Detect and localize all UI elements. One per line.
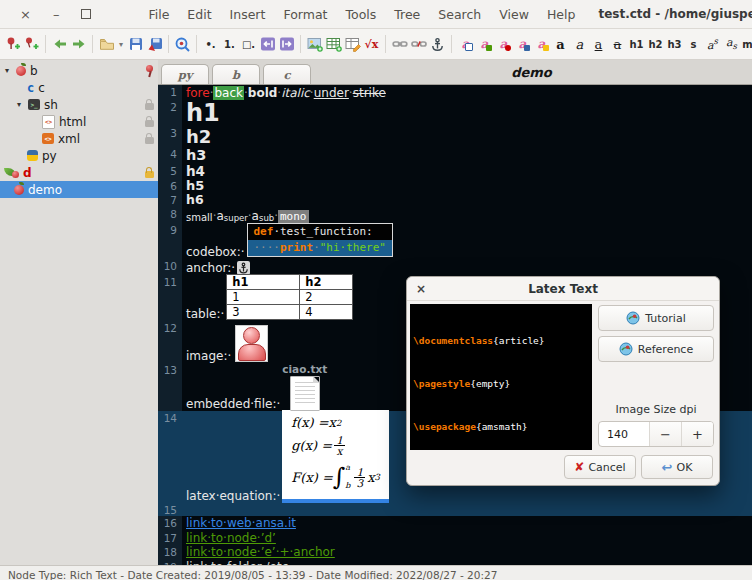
- insert-image-button[interactable]: [305, 32, 324, 56]
- insert-anchor-button[interactable]: [428, 32, 447, 56]
- numbered-list-button[interactable]: 1.: [220, 32, 239, 56]
- remove-link-button[interactable]: [409, 32, 428, 56]
- go-forward-button[interactable]: [69, 32, 88, 56]
- window-maximize-icon[interactable]: [81, 9, 91, 19]
- new-node-button[interactable]: [3, 32, 22, 56]
- tree-node-b[interactable]: ▾ b: [0, 62, 158, 79]
- window-minimize-icon[interactable]: –: [53, 7, 60, 22]
- save-as-button[interactable]: [145, 32, 164, 56]
- open-file-button[interactable]: [97, 32, 116, 56]
- menu-help[interactable]: Help: [538, 7, 585, 22]
- underline-button[interactable]: a: [589, 32, 608, 56]
- unindent-button[interactable]: [258, 32, 277, 56]
- go-back-button[interactable]: [50, 32, 69, 56]
- save-button[interactable]: [126, 32, 145, 56]
- latex-label: latex·equation:·: [186, 489, 280, 503]
- tab-c[interactable]: c: [263, 64, 311, 84]
- line-number: 18: [158, 545, 182, 560]
- h2-icon: h2: [648, 39, 662, 50]
- monospace-button[interactable]: ms: [741, 32, 752, 56]
- new-subnode-button[interactable]: [22, 32, 41, 56]
- underline-icon: a: [595, 37, 603, 52]
- tutorial-icon: [626, 311, 640, 325]
- menu-tools[interactable]: Tools: [336, 7, 385, 22]
- ok-button[interactable]: ↩OK: [641, 455, 713, 479]
- expander-icon[interactable]: ▾: [14, 100, 24, 109]
- node-link[interactable]: link·to·node·’d’: [186, 532, 276, 546]
- italic-button[interactable]: a: [570, 32, 589, 56]
- embedded-file-object[interactable]: ciao.txt: [282, 363, 327, 411]
- bold-icon: a: [556, 37, 564, 52]
- insert-latex-button[interactable]: √x: [362, 32, 381, 56]
- table-header-cell: h1: [227, 275, 300, 290]
- insert-link-button[interactable]: [390, 32, 409, 56]
- h2-button[interactable]: h2: [646, 32, 665, 56]
- style-background-button[interactable]: a: [532, 32, 551, 56]
- tree-node-d[interactable]: d: [0, 164, 158, 181]
- indent-button[interactable]: [277, 32, 296, 56]
- menu-insert[interactable]: Insert: [221, 7, 275, 22]
- open-file-caret[interactable]: ▾: [116, 32, 126, 56]
- color-foreground-button[interactable]: a: [456, 32, 475, 56]
- small-text-icon: s: [691, 39, 697, 50]
- window-close-icon[interactable]: ×: [20, 7, 31, 22]
- anchor-object[interactable]: [237, 261, 250, 275]
- node-anchor-link[interactable]: link·to·node·’e’·+·anchor: [186, 546, 335, 560]
- ok-label: OK: [677, 461, 693, 474]
- tree-node-html[interactable]: <> html: [0, 113, 158, 130]
- tab-py[interactable]: py: [161, 64, 209, 84]
- dpi-decrease-button[interactable]: −: [649, 422, 681, 446]
- tutorial-button[interactable]: Tutorial: [598, 305, 714, 331]
- menu-file[interactable]: File: [139, 7, 178, 22]
- italic-icon: a: [576, 37, 584, 52]
- h1-icon: h1: [629, 39, 643, 50]
- heading-4: h4: [186, 164, 205, 179]
- tree-node-sh[interactable]: ▾ >_ sh: [0, 96, 158, 113]
- tree-node-py[interactable]: py: [0, 147, 158, 164]
- insert-codebox-button[interactable]: [343, 32, 362, 56]
- tab-b[interactable]: b: [212, 64, 260, 84]
- latex-equation-image[interactable]: f(x) = x2 g(x) = 1x F(x) = ∫ab13x3: [282, 410, 389, 503]
- menu-search[interactable]: Search: [429, 7, 490, 22]
- toolbar-separator: [300, 35, 301, 53]
- web-link[interactable]: link·to·web·ansa.it: [186, 517, 296, 531]
- style-foreground-button[interactable]: a: [513, 32, 532, 56]
- tree-node-label: c: [38, 81, 45, 95]
- menu-format[interactable]: Format: [274, 7, 336, 22]
- tree-node-demo[interactable]: demo: [0, 181, 158, 198]
- menu-tree[interactable]: Tree: [385, 7, 429, 22]
- dialog-close-icon[interactable]: ×: [416, 277, 426, 300]
- subscript-button[interactable]: as: [722, 32, 741, 56]
- tree-node-xml[interactable]: <> xml: [0, 130, 158, 147]
- embedded-table[interactable]: h1h2 12 34: [226, 274, 353, 320]
- superscript-button[interactable]: as: [703, 32, 722, 56]
- clear-formatting-button[interactable]: a: [494, 32, 513, 56]
- expander-icon[interactable]: ▾: [2, 66, 12, 75]
- folder-link[interactable]: link·to·folder·/etc: [186, 561, 288, 566]
- embedded-image[interactable]: [235, 325, 268, 362]
- menu-view[interactable]: View: [490, 7, 538, 22]
- latex-source-editor[interactable]: \documentclass{article} \pagestyle{empty…: [410, 304, 592, 450]
- todo-list-button[interactable]: □.: [239, 32, 258, 56]
- tree-node-c[interactable]: c c: [0, 79, 158, 96]
- ok-icon: ↩: [662, 460, 673, 475]
- color-background-button[interactable]: a: [475, 32, 494, 56]
- line-number: 5: [158, 164, 182, 177]
- insert-table-button[interactable]: [324, 32, 343, 56]
- reference-button[interactable]: Reference: [598, 336, 714, 362]
- h1-button[interactable]: h1: [627, 32, 646, 56]
- menu-edit[interactable]: Edit: [178, 7, 220, 22]
- small-button[interactable]: s: [684, 32, 703, 56]
- cancel-button[interactable]: ✘Cancel: [564, 455, 636, 479]
- find-button[interactable]: [173, 32, 192, 56]
- line-number: 11: [158, 275, 182, 288]
- codebox[interactable]: def·test_function: ····print·"hi·there": [247, 223, 393, 257]
- line-number: 14: [158, 411, 182, 424]
- h3-button[interactable]: h3: [665, 32, 684, 56]
- strikethrough-button[interactable]: a: [608, 32, 627, 56]
- bold-button[interactable]: a: [551, 32, 570, 56]
- dpi-increase-button[interactable]: +: [681, 422, 713, 446]
- bullet-list-button[interactable]: •.: [201, 32, 220, 56]
- dpi-value[interactable]: 140: [599, 422, 649, 446]
- dialog-titlebar: × Latex Text: [407, 277, 719, 301]
